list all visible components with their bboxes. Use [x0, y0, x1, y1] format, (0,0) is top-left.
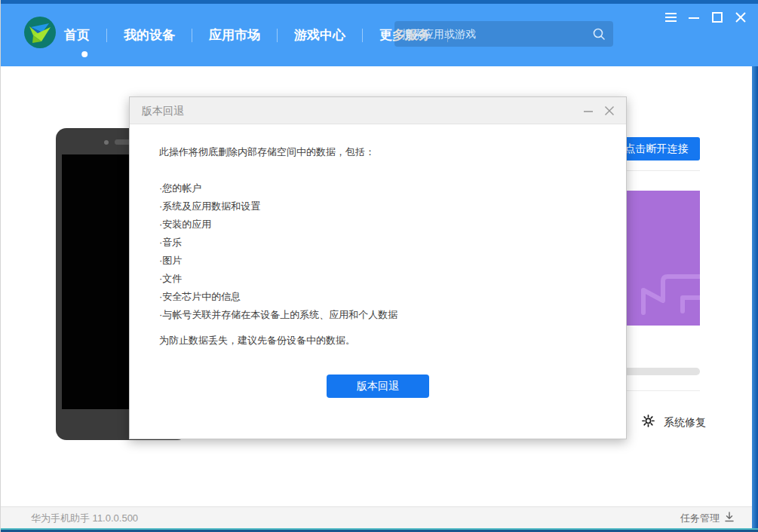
version-rollback-dialog: 版本回退 此操作将彻底删除内部存储空间中的数据，包括： ·您的帐户 ·系统及应用… [129, 96, 627, 439]
app-header: 首页 我的设备 应用市场 游戏中心 更多服务 [1, 4, 758, 66]
app-version-text: 华为手机助手 11.0.0.500 [31, 507, 138, 530]
list-item: ·与帐号关联并存储在本设备上的系统、应用和个人数据 [159, 308, 397, 322]
nav-item-my-devices[interactable]: 我的设备 [107, 26, 192, 44]
phone-camera-dot [104, 140, 109, 145]
app-logo-icon[interactable] [23, 16, 57, 49]
minimize-icon[interactable] [686, 10, 701, 25]
gear-icon [641, 414, 655, 431]
task-manager-label: 任务管理 [680, 512, 720, 525]
search-box[interactable] [394, 21, 613, 47]
search-input[interactable] [402, 28, 592, 40]
nav-item-game-center-label: 游戏中心 [294, 28, 345, 42]
list-item: ·图片 [159, 254, 182, 268]
system-repair-label: 系统修复 [664, 416, 706, 430]
nav-item-my-devices-label: 我的设备 [124, 28, 175, 42]
list-item: ·音乐 [159, 236, 182, 249]
active-nav-dot [81, 51, 87, 57]
maximize-icon[interactable] [710, 10, 725, 25]
system-repair-button[interactable]: 系统修复 [641, 414, 706, 431]
list-item: ·安全芯片中的信息 [159, 290, 241, 304]
search-icon[interactable] [592, 27, 606, 41]
close-icon[interactable] [733, 10, 748, 25]
nav-item-app-market-label: 应用市场 [209, 28, 260, 42]
version-rollback-button[interactable]: 版本回退 [327, 375, 429, 398]
list-item: ·系统及应用数据和设置 [159, 200, 260, 213]
download-icon [724, 512, 735, 525]
window-controls [663, 10, 748, 25]
list-item: ·文件 [159, 272, 182, 286]
dialog-titlebar: 版本回退 [130, 97, 626, 124]
window-right-border [752, 66, 758, 532]
nav-item-home-label: 首页 [64, 28, 90, 42]
nav-item-home[interactable]: 首页 [64, 26, 106, 44]
nav-item-app-market[interactable]: 应用市场 [192, 26, 277, 44]
dialog-minimize-icon[interactable] [581, 103, 596, 118]
dialog-close-icon[interactable] [602, 103, 617, 118]
dialog-backup-note: 为防止数据丢失，建议先备份设备中的数据。 [159, 334, 355, 347]
task-manager-button[interactable]: 任务管理 [680, 507, 735, 530]
menu-icon[interactable] [663, 10, 678, 25]
list-item: ·您的帐户 [159, 182, 201, 195]
status-bar: 华为手机助手 11.0.0.500 任务管理 [1, 506, 758, 530]
dialog-title: 版本回退 [142, 97, 184, 124]
nav-item-game-center[interactable]: 游戏中心 [278, 26, 362, 44]
list-item: ·安装的应用 [159, 218, 211, 231]
dialog-intro-text: 此操作将彻底删除内部存储空间中的数据，包括： [159, 145, 375, 159]
main-nav: 首页 我的设备 应用市场 游戏中心 更多服务 [64, 4, 448, 66]
